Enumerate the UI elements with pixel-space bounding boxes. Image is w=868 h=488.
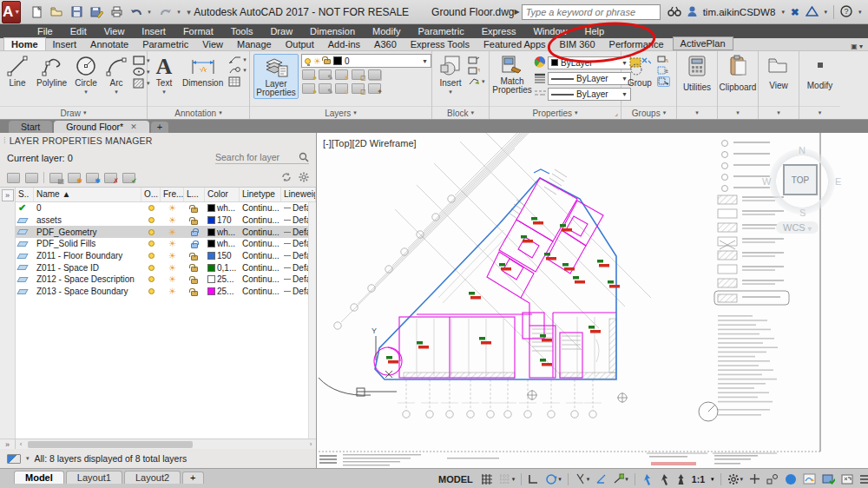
new-layout-button[interactable]: + <box>182 472 203 484</box>
undo-dropdown[interactable]: ▾ <box>148 9 155 16</box>
layer-row-pdf-geometry[interactable]: PDF_Geometry☀wh...Continu...Defa. <box>16 226 316 238</box>
layer-unlocked-icon[interactable] <box>191 267 198 272</box>
menu-help[interactable]: Help <box>577 25 613 37</box>
layer-match-icon[interactable] <box>368 69 381 80</box>
layer-name[interactable]: Z013 - Space Boundary <box>34 287 141 296</box>
column-header-color[interactable]: Color <box>205 188 240 201</box>
layer-name[interactable]: Z011 - Floor Boundary <box>34 251 141 260</box>
view-expand-icon[interactable]: ▾ <box>777 109 780 116</box>
layer-unlocked-icon[interactable] <box>191 208 198 213</box>
layer-linetype[interactable]: Continu... <box>240 203 281 213</box>
layer-isolate-icon[interactable]: ✎ <box>319 69 332 80</box>
panel-view[interactable]: View ▾ <box>759 51 799 119</box>
properties-panel-label[interactable]: Properties▾⌟ <box>490 106 621 119</box>
help-icon[interactable]: ? <box>840 5 852 19</box>
connect-dropdown[interactable]: ▾ <box>825 9 828 16</box>
help-dropdown[interactable]: ▾ <box>858 9 862 16</box>
autoscale-icon[interactable] <box>659 472 670 487</box>
layer-unlocked-icon[interactable] <box>191 291 198 296</box>
layer-name[interactable]: Z011 - Space ID <box>34 263 141 273</box>
layer-on-bulb-icon[interactable] <box>148 241 155 247</box>
file-tab-close-icon[interactable]: ✕ <box>130 122 137 131</box>
ribbon-tab-home[interactable]: Home <box>3 37 46 50</box>
create-block-tool[interactable] <box>468 56 485 64</box>
layer-color-swatch[interactable] <box>207 204 215 212</box>
column-header-name[interactable]: Name ▲ <box>34 188 141 201</box>
utilities-expand-icon[interactable]: ▾ <box>695 109 699 116</box>
layer-linetype[interactable]: Continu... <box>240 251 281 260</box>
text-button[interactable]: AText▾ <box>151 54 177 96</box>
ortho-icon[interactable] <box>528 472 539 487</box>
polar-tracking-icon[interactable]: ▾ <box>545 472 562 487</box>
viewcube-east[interactable]: E <box>835 176 841 187</box>
new-drawing-tab-button[interactable]: + <box>151 122 168 133</box>
menu-format[interactable]: Format <box>175 25 221 37</box>
ribbon-tab-performance[interactable]: Performance <box>602 38 671 50</box>
panel-clipboard[interactable]: Clipboard ▾ <box>718 51 759 119</box>
redo-dropdown[interactable]: ▾ <box>177 9 184 16</box>
layer-freeze-sun-icon[interactable]: ☀ <box>168 275 176 283</box>
column-header-o[interactable]: O... <box>141 188 161 201</box>
drawing-canvas[interactable]: [-][Top][2D Wireframe] N S W E TOP WCS ▿ <box>317 133 868 468</box>
layer-color-swatch[interactable] <box>207 275 215 283</box>
settings-gear-icon[interactable] <box>299 172 309 184</box>
ungroup-tool[interactable]: ✎ <box>657 56 670 64</box>
draw-panel-label[interactable]: Draw▾ <box>0 106 147 119</box>
column-header-lineweig[interactable]: Lineweig.. <box>281 188 316 201</box>
menu-parametric[interactable]: Parametric <box>410 25 471 37</box>
layer-lock-icon[interactable]: ◻ <box>352 69 365 80</box>
layer-linetype[interactable]: Continu... <box>240 274 281 284</box>
layer-linetype[interactable]: Continu... <box>240 228 281 237</box>
layer-properties-button[interactable]: LayerProperties <box>253 54 299 99</box>
search-input[interactable] <box>522 4 661 20</box>
scroll-left-icon[interactable]: ‹ <box>16 440 26 448</box>
layer-on-bulb-icon[interactable] <box>148 265 155 271</box>
annotation-panel-label[interactable]: Annotation▾ <box>148 106 249 119</box>
refresh-icon[interactable] <box>281 172 292 184</box>
dimension-button[interactable]: Dimension <box>180 54 226 89</box>
modify-expand-icon[interactable]: ▾ <box>819 109 822 116</box>
lineweight-combo[interactable]: ByLayer▼ <box>548 72 631 85</box>
qat-customize-icon[interactable]: ▾ <box>187 8 194 16</box>
layer-off-icon[interactable]: ● <box>302 69 315 80</box>
layer-color-swatch[interactable] <box>207 240 215 247</box>
groups-panel-label[interactable]: Groups▾ <box>621 106 676 119</box>
line-button[interactable]: Line <box>3 54 31 89</box>
column-header-l[interactable]: L... <box>184 188 205 201</box>
palette-grip[interactable]: ⁞ <box>3 136 6 145</box>
layer-on-bulb-icon[interactable] <box>148 288 155 294</box>
annotation-visibility-icon[interactable] <box>641 472 653 487</box>
layer-name[interactable]: PDF_Solid Fills <box>34 239 141 248</box>
palette-title-bar[interactable]: ⁞LAYER PROPERTIES MANAGER <box>0 133 316 148</box>
menu-dimension[interactable]: Dimension <box>302 25 363 37</box>
isodraft-icon[interactable]: ▾ <box>575 472 590 487</box>
column-header-linetype[interactable]: Linetype <box>240 188 281 201</box>
group-button[interactable]: Group <box>625 54 654 89</box>
layer-row-z011-floor-boundary[interactable]: Z011 - Floor Boundary☀150Continu...Defa. <box>16 250 316 262</box>
layer-linetype[interactable]: Continu... <box>240 263 281 273</box>
layer-linetype[interactable]: Continu... <box>240 215 281 225</box>
filter-dropdown-icon[interactable]: ▾ <box>26 455 30 462</box>
layer-freeze-sun-icon[interactable]: ☀ <box>168 264 176 272</box>
clean-screen-icon[interactable] <box>841 472 853 487</box>
delete-layer-icon[interactable]: ✗ <box>104 173 117 183</box>
annotation-monitor-icon[interactable] <box>749 472 760 487</box>
search-collapse-icon[interactable]: ▶ <box>515 8 520 16</box>
layer-states-icon[interactable]: ▤ <box>49 173 62 183</box>
plot-icon[interactable] <box>108 3 125 21</box>
layer-on-icon[interactable]: ● <box>302 83 315 94</box>
layer-row-z012-space-description[interactable]: Z012 - Space Description☀25...Continu...… <box>16 274 316 286</box>
layout-tab-layout1[interactable]: Layout1 <box>66 471 122 484</box>
column-header-fre[interactable]: Fre... <box>161 188 184 201</box>
layer-freeze-sun-icon[interactable]: ☀ <box>168 216 176 224</box>
layer-list-scrollbar[interactable] <box>308 202 316 439</box>
application-menu-button[interactable]: A▼ <box>2 1 21 23</box>
set-current-layer-icon[interactable]: ✔ <box>122 173 135 183</box>
menu-edit[interactable]: Edit <box>62 25 95 37</box>
multileader-tool[interactable]: ▾ <box>228 66 247 75</box>
layer-on-bulb-icon[interactable] <box>148 276 155 282</box>
column-header-s[interactable]: S.. <box>16 188 34 201</box>
layer-name[interactable]: assets <box>34 215 141 225</box>
menu-modify[interactable]: Modify <box>365 25 408 37</box>
define-attributes-tool[interactable]: ✎ <box>468 66 485 75</box>
